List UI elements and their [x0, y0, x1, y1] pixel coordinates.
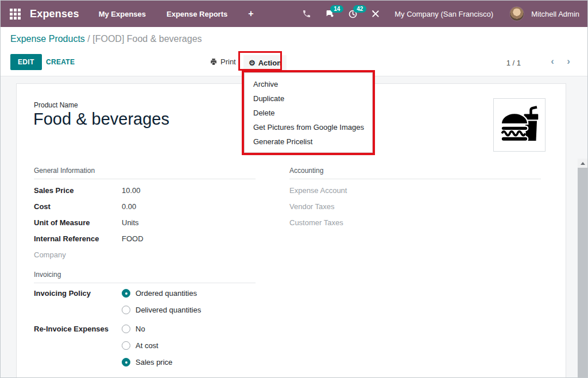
app-title[interactable]: Expenses: [30, 8, 79, 20]
section-accounting: Accounting Expense Account Vendor Taxes …: [289, 167, 541, 230]
breadcrumb-parent[interactable]: Expense Products: [10, 34, 85, 44]
field-internal-reference: Internal Reference FOOD: [34, 230, 256, 246]
product-name: Food & beverages: [33, 110, 169, 129]
pager-next-icon[interactable]: ›: [567, 56, 570, 66]
create-button[interactable]: CREATE: [46, 58, 75, 66]
radio-at-cost[interactable]: At cost: [122, 341, 172, 350]
section-title: General Information: [34, 167, 256, 179]
menu-item-duplicate[interactable]: Duplicate: [245, 91, 372, 106]
menu-my-expenses[interactable]: My Expenses: [99, 10, 146, 18]
pager-previous-icon[interactable]: ‹: [551, 56, 554, 66]
activities-icon[interactable]: 42: [344, 6, 361, 21]
burger-drink-icon: [499, 105, 540, 146]
printer-icon: [210, 58, 218, 65]
gear-icon: ⚙: [249, 59, 256, 67]
apps-grid-icon[interactable]: [10, 9, 21, 20]
section-invoicing: Invoicing Invoicing Policy Ordered quant…: [34, 271, 256, 367]
field-invoicing-policy: Invoicing Policy Ordered quantities Deli…: [34, 289, 256, 314]
top-navbar: Expenses My Expenses Expense Reports + 1…: [1, 1, 587, 27]
field-vendor-taxes: Vendor Taxes: [289, 198, 541, 214]
tools-icon[interactable]: [367, 6, 384, 21]
field-sales-price: Sales Price 10.00: [34, 182, 256, 198]
menu-item-delete[interactable]: Delete: [245, 106, 372, 120]
field-company: Company: [34, 246, 256, 263]
messages-badge: 14: [330, 5, 343, 13]
radio-unselected-icon[interactable]: [122, 341, 130, 350]
breadcrumb-current: [FOOD] Food & beverages: [92, 34, 202, 44]
pager-counter: 1 / 1: [506, 59, 521, 67]
scrollbar-thumb[interactable]: [578, 168, 587, 378]
radio-delivered-quantities[interactable]: Delivered quantities: [122, 306, 201, 314]
radio-no[interactable]: No: [122, 325, 172, 333]
section-title: Accounting: [289, 167, 541, 179]
app-window: Expenses My Expenses Expense Reports + 1…: [0, 0, 588, 378]
product-name-label: Product Name: [34, 101, 78, 109]
main-menu: My Expenses Expense Reports +: [99, 9, 254, 19]
radio-unselected-icon[interactable]: [122, 306, 130, 314]
print-button[interactable]: Print: [210, 57, 236, 66]
edit-button[interactable]: EDIT: [10, 54, 42, 70]
phone-icon[interactable]: [298, 6, 315, 21]
field-re-invoice-expenses: Re-Invoice Expenses No At cost Sales: [34, 325, 256, 367]
radio-selected-icon[interactable]: [122, 289, 130, 298]
field-cost: Cost 0.00: [34, 198, 256, 214]
field-unit-of-measure: Unit of Measure Units: [34, 214, 256, 230]
action-dropdown-menu: Archive Duplicate Delete Get Pictures fr…: [244, 72, 373, 153]
action-label: Action: [258, 59, 281, 67]
breadcrumb-separator: /: [87, 34, 92, 44]
menu-item-generate-pricelist[interactable]: Generate Pricelist: [245, 134, 372, 149]
plus-icon[interactable]: +: [248, 9, 253, 19]
product-image[interactable]: [493, 98, 546, 152]
action-button[interactable]: ⚙ Action: [243, 55, 287, 71]
control-panel: EDIT CREATE Print ⚙ Action 1 / 1 ‹ ›: [1, 51, 587, 75]
scroll-up-icon[interactable]: [578, 159, 587, 168]
section-general-information: General Information Sales Price 10.00 Co…: [34, 167, 256, 263]
section-title: Invoicing: [34, 271, 256, 283]
radio-sales-price[interactable]: Sales price: [122, 358, 172, 367]
company-switcher[interactable]: My Company (San Francisco): [394, 10, 493, 18]
menu-item-get-pictures[interactable]: Get Pictures from Google Images: [245, 120, 372, 134]
radio-ordered-quantities[interactable]: Ordered quantities: [122, 289, 201, 298]
radio-selected-icon[interactable]: [122, 358, 130, 367]
user-menu[interactable]: Mitchell Admin: [531, 10, 579, 18]
radio-unselected-icon[interactable]: [122, 325, 130, 333]
breadcrumb: Expense Products / [FOOD] Food & beverag…: [10, 34, 202, 44]
vertical-scrollbar[interactable]: [578, 159, 587, 378]
messages-icon[interactable]: 14: [321, 6, 338, 21]
menu-expense-reports[interactable]: Expense Reports: [167, 10, 227, 18]
activities-badge: 42: [353, 5, 366, 13]
menu-item-archive[interactable]: Archive: [245, 77, 372, 91]
user-avatar[interactable]: [509, 6, 524, 21]
print-label: Print: [220, 57, 236, 66]
field-expense-account: Expense Account: [289, 182, 541, 198]
field-customer-taxes: Customer Taxes: [289, 214, 541, 230]
navbar-systray: 14 42 My Company (San Francisco) Mitchel…: [298, 6, 587, 21]
